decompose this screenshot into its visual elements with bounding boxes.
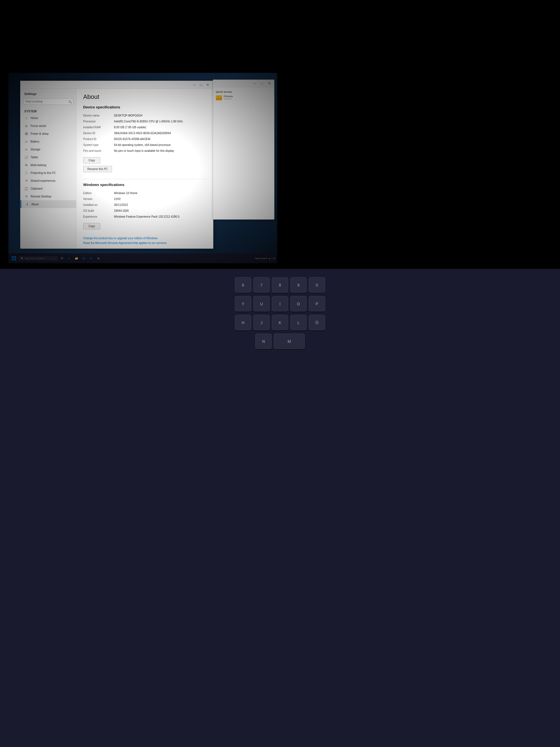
maximize-button[interactable]: □ <box>198 82 204 88</box>
taskbar-search-box[interactable]: 🔍 Type here to search <box>19 256 58 260</box>
spec-label-pen-touch: Pen and touch <box>83 149 114 153</box>
copy-windows-specs-button[interactable]: Copy <box>83 223 100 229</box>
sidebar-item-clipboard[interactable]: 📋 Clipboard <box>21 185 76 192</box>
spec-row-device-id: Device ID 2BA243A9-33C3-4923-9E69-EDA2AE… <box>83 130 206 136</box>
key-8[interactable]: 8 <box>272 277 288 293</box>
spec-label-os-build: OS build <box>83 209 114 213</box>
spec-value-device-id: 2BA243A9-33C3-4923-9E69-EDA2AE609594 <box>114 131 206 135</box>
sidebar-item-projecting-label: Projecting to this PC <box>30 172 56 175</box>
spec-value-os-build: 19044.1826 <box>114 209 206 213</box>
key-7[interactable]: 7 <box>254 277 270 293</box>
sidebar-item-focus-assist-label: Focus assist <box>30 124 46 127</box>
multitasking-icon: ⧉ <box>24 163 28 167</box>
task-view-button[interactable]: ⧉ <box>59 255 65 261</box>
sidebar-app-title: Settings <box>21 89 76 97</box>
explorer-maximize-button[interactable]: □ <box>259 80 265 86</box>
key-9[interactable]: 9 <box>290 277 306 293</box>
key-n[interactable]: N <box>256 334 272 349</box>
main-content: About Device specifications Device name … <box>76 89 213 249</box>
key-j[interactable]: J <box>254 315 270 330</box>
explorer-minimize-button[interactable]: ─ <box>252 80 258 86</box>
key-o[interactable]: O <box>290 296 306 311</box>
key-h[interactable]: H <box>235 315 251 330</box>
mail-icon: ✉ <box>90 257 92 260</box>
projecting-icon: ⎕ <box>24 171 28 175</box>
sidebar-item-remote-desktop[interactable]: ✕ Remote Desktop <box>21 192 76 200</box>
sidebar-item-clipboard-label: Clipboard <box>30 187 43 190</box>
settings-taskbar-button[interactable]: ⚙ <box>95 255 101 261</box>
sidebar-item-focus-assist[interactable]: ◎ Focus assist <box>21 122 76 130</box>
sidebar: Settings 🔍 System ⌂ Home ◎ Focus assist … <box>21 89 76 249</box>
settings-window: ─ □ ✕ Settings 🔍 System ⌂ Home ◎ Focu <box>20 81 213 249</box>
sidebar-item-storage[interactable]: ▭ Storage <box>21 145 76 153</box>
spec-value-system-type: 64-bit operating system, x64-based proce… <box>114 143 206 147</box>
sidebar-item-about[interactable]: ℹ About <box>21 200 76 208</box>
rename-pc-button[interactable]: Rename this PC <box>83 166 112 172</box>
key-p[interactable]: P <box>309 296 325 311</box>
power-sleep-icon: ⏻ <box>24 132 28 135</box>
minimize-button[interactable]: ─ <box>191 82 197 88</box>
folder-icon <box>216 95 222 100</box>
task-view-icon: ⧉ <box>61 257 63 260</box>
battery-icon: ▭ <box>24 139 28 144</box>
shared-experiences-icon: ✕ <box>24 179 28 183</box>
sidebar-item-power-sleep[interactable]: ⏻ Power & sleep <box>21 130 76 137</box>
sidebar-item-remote-desktop-label: Remote Desktop <box>30 195 51 198</box>
sidebar-item-projecting[interactable]: ⎕ Projecting to this PC <box>21 169 76 177</box>
key-u[interactable]: U <box>254 296 270 311</box>
key-k[interactable]: K <box>272 315 288 330</box>
windows-logo-icon <box>12 256 16 260</box>
spec-row-product-id: Product ID 00325-81576-43598-AAOEM <box>83 136 206 142</box>
taskbar: 🔍 Type here to search ⧉ e 📁 🛍 ✉ ⚙ Near r… <box>8 253 277 263</box>
start-button[interactable] <box>11 255 17 262</box>
sidebar-item-home[interactable]: ⌂ Home <box>21 114 76 122</box>
ms-services-link[interactable]: Read the Microsoft Services Agreement th… <box>83 241 206 244</box>
taskbar-search-placeholder: Type here to search <box>25 257 45 260</box>
search-input[interactable] <box>23 98 73 105</box>
sidebar-item-shared-experiences[interactable]: ✕ Shared experiences <box>21 177 76 185</box>
section-divider <box>83 179 206 179</box>
sidebar-item-battery-label: Battery <box>30 140 39 143</box>
explorer-item-pictures[interactable]: Pictures This PC <box>215 94 272 101</box>
copy-device-specs-button[interactable]: Copy <box>83 157 100 163</box>
pictures-label: Pictures <box>224 95 233 98</box>
tablet-icon: ⬜ <box>24 155 28 159</box>
pictures-subtitle: This PC <box>224 98 233 100</box>
sidebar-item-multitasking[interactable]: ⧉ Multi-tasking <box>21 161 76 169</box>
explorer-window: ─ □ ✕ Quick access Pictures This PC <box>213 80 274 220</box>
search-box[interactable]: 🔍 <box>23 98 73 105</box>
sidebar-item-tablet[interactable]: ⬜ Tablet <box>21 153 76 161</box>
sidebar-item-battery[interactable]: ▭ Battery <box>21 137 76 145</box>
key-l[interactable]: L <box>290 315 306 330</box>
keyboard-row-yuiop: Y U I O P <box>235 296 325 311</box>
close-button[interactable]: ✕ <box>205 82 211 88</box>
storage-icon: ▭ <box>24 147 28 151</box>
spec-value-edition: Windows 10 Home <box>114 191 206 195</box>
key-o-umlaut[interactable]: Ö <box>309 315 325 330</box>
file-explorer-icon: 📁 <box>75 257 78 260</box>
key-m[interactable]: M <box>274 334 304 349</box>
edge-icon: e <box>68 257 70 260</box>
key-i[interactable]: I <box>272 296 288 311</box>
svg-rect-3 <box>14 259 16 260</box>
spec-row-installed-on: Installed on 30/11/2022 <box>83 202 206 208</box>
key-6[interactable]: 6 <box>235 277 251 293</box>
title-bar: ─ □ ✕ <box>21 81 213 89</box>
explorer-close-button[interactable]: ✕ <box>266 80 272 86</box>
file-explorer-taskbar-button[interactable]: 📁 <box>73 255 80 261</box>
mail-button[interactable]: ✉ <box>88 255 94 261</box>
keyboard-row-nm: N M <box>256 334 304 349</box>
store-button[interactable]: 🛍 <box>81 255 87 261</box>
explorer-title-bar: ─ □ ✕ <box>213 80 274 87</box>
spec-value-product-id: 00325-81576-43598-AAOEM <box>114 137 206 141</box>
spec-value-device-name: DESKTOP-MOPG0GH <box>114 113 206 118</box>
key-y[interactable]: Y <box>235 296 251 311</box>
change-product-key-link[interactable]: Change the product key or upgrade your e… <box>83 237 206 240</box>
spec-row-processor: Processor Intel(R) Core(TM) i5-8265U CPU… <box>83 119 206 124</box>
windows-section-title: Windows specifications <box>83 183 206 187</box>
system-tray-icons: ▲ □ ⑩ <box>268 257 275 260</box>
edge-button[interactable]: e <box>66 255 72 261</box>
spec-label-experience: Experience <box>83 214 114 219</box>
key-0[interactable]: 0 <box>309 277 325 293</box>
windows-specs-table: Edition Windows 10 Home Version 21H2 Ins… <box>83 190 206 220</box>
